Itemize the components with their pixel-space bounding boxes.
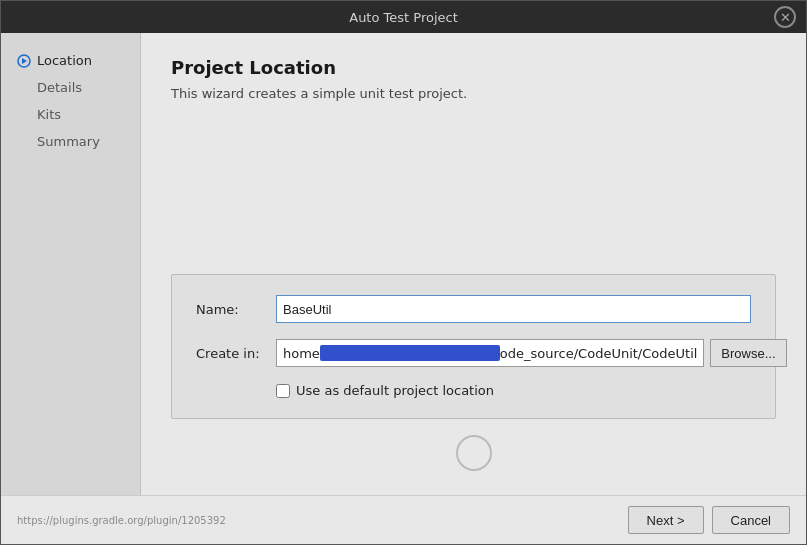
sidebar: Location Details Kits Summary	[1, 33, 141, 495]
checkbox-row: Use as default project location	[196, 383, 751, 398]
scroll-indicator	[171, 435, 776, 471]
main-content: Project Location This wizard creates a s…	[141, 33, 806, 495]
sidebar-item-location[interactable]: Location	[1, 49, 140, 72]
sidebar-item-kits[interactable]: Kits	[1, 103, 140, 126]
form-panel: Name: Create in: home ode_source/CodeUni…	[171, 274, 776, 419]
sidebar-item-details[interactable]: Details	[1, 76, 140, 99]
name-input[interactable]	[276, 295, 751, 323]
cancel-button[interactable]: Cancel	[712, 506, 790, 534]
name-label: Name:	[196, 302, 276, 317]
browse-button[interactable]: Browse...	[710, 339, 786, 367]
title-bar: Auto Test Project ✕	[1, 1, 806, 33]
dialog-body: Location Details Kits Summary Project Lo…	[1, 33, 806, 495]
arrow-icon	[17, 54, 31, 68]
create-in-label: Create in:	[196, 346, 276, 361]
dialog-title: Auto Test Project	[33, 10, 774, 25]
path-container: home ode_source/CodeUnit/CodeUtil Browse…	[276, 339, 787, 367]
sidebar-label-summary: Summary	[37, 134, 100, 149]
sidebar-label-location: Location	[37, 53, 92, 68]
sidebar-label-kits: Kits	[37, 107, 61, 122]
path-prefix: home	[283, 346, 320, 361]
dialog: Auto Test Project ✕ Location Details K	[0, 0, 807, 545]
svg-marker-1	[22, 58, 27, 64]
spacer	[171, 125, 776, 274]
next-button[interactable]: Next >	[628, 506, 704, 534]
path-suffix: ode_source/CodeUnit/CodeUtil	[500, 346, 698, 361]
page-description: This wizard creates a simple unit test p…	[171, 86, 776, 101]
footer: https://plugins.gradle.org/plugin/120539…	[1, 495, 806, 544]
scroll-circle	[456, 435, 492, 471]
name-row: Name:	[196, 295, 751, 323]
close-button[interactable]: ✕	[774, 6, 796, 28]
url-hint: https://plugins.gradle.org/plugin/120539…	[17, 515, 226, 526]
default-location-checkbox[interactable]	[276, 384, 290, 398]
path-redacted	[320, 345, 500, 361]
create-in-row: Create in: home ode_source/CodeUnit/Code…	[196, 339, 751, 367]
page-title: Project Location	[171, 57, 776, 78]
sidebar-item-summary[interactable]: Summary	[1, 130, 140, 153]
sidebar-label-details: Details	[37, 80, 82, 95]
checkbox-label: Use as default project location	[296, 383, 494, 398]
